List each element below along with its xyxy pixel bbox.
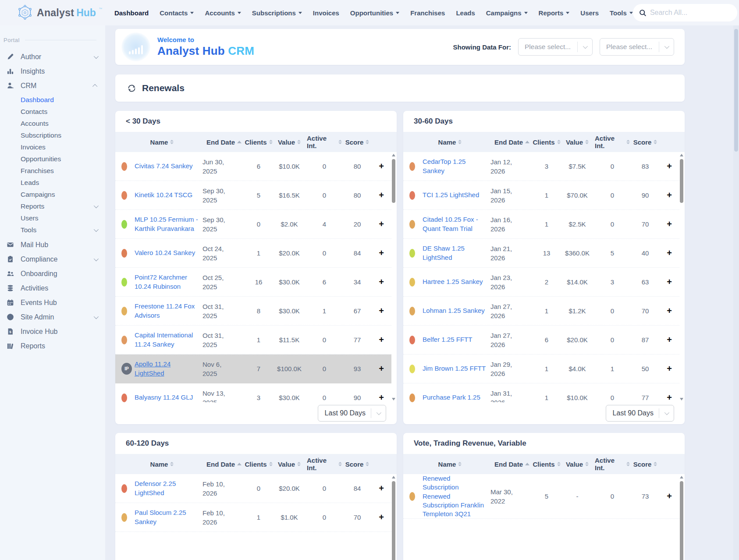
search-input[interactable] [650, 9, 739, 17]
column-header-clients[interactable]: Clients [245, 138, 272, 146]
nav-item-campaigns[interactable]: Campaigns [486, 9, 528, 17]
nav-item-reports[interactable]: Reports [539, 9, 570, 17]
sidebar-item-site-admin[interactable]: Site Admin [0, 310, 105, 324]
scrollbar-thumb[interactable] [392, 481, 395, 560]
expand-row-button[interactable]: + [373, 512, 390, 522]
sidebar-item-invoices[interactable]: Invoices [0, 141, 105, 153]
scroll-up-arrow-icon[interactable] [680, 154, 683, 156]
expand-row-button[interactable]: + [373, 364, 390, 374]
column-header-score[interactable]: Score [342, 138, 373, 146]
scroll-down-arrow-icon[interactable] [680, 398, 683, 401]
nav-item-accounts[interactable]: Accounts [205, 9, 241, 17]
expand-row-button[interactable]: + [661, 364, 678, 374]
column-header-name[interactable]: Name [409, 138, 490, 146]
table-scrollbar[interactable] [391, 475, 396, 560]
expand-row-button[interactable]: + [661, 306, 678, 316]
column-header-value[interactable]: Value [560, 461, 595, 468]
expand-row-button[interactable]: + [661, 277, 678, 287]
row-name-link[interactable]: Lohman 1.25 Sankey [423, 306, 490, 315]
column-header-score[interactable]: Score [630, 461, 661, 468]
scrollbar-thumb[interactable] [392, 159, 395, 203]
scrollbar-thumb[interactable] [680, 159, 683, 203]
sidebar-item-accounts[interactable]: Accounts [0, 117, 105, 129]
column-header-end-date[interactable]: End Date [203, 461, 245, 468]
row-name-link[interactable]: Civitas 7.24 Sankey [135, 162, 203, 170]
sidebar-item-contacts[interactable]: Contacts [0, 106, 105, 117]
scroll-up-arrow-icon[interactable] [392, 154, 395, 156]
sidebar-item-reports[interactable]: Reports [0, 200, 105, 212]
expand-row-button[interactable]: + [661, 219, 678, 229]
expand-row-button[interactable]: + [661, 491, 678, 501]
expand-row-button[interactable]: + [661, 190, 678, 200]
sidebar-item-mail-hub[interactable]: Mail Hub [0, 237, 105, 252]
table-scrollbar[interactable] [391, 153, 396, 401]
row-name-link[interactable]: Purchase Park 1.25 [423, 393, 490, 402]
data-for-select-2[interactable]: Please select... [600, 38, 674, 56]
row-name-link[interactable]: Apollo 11.24 LightShed [135, 360, 203, 378]
sidebar-item-reports[interactable]: Reports [0, 339, 105, 353]
row-name-link[interactable]: Defensor 2.25 LightShed [135, 479, 203, 497]
row-name-link[interactable]: Kinetik 10.24 TSCG [135, 191, 203, 199]
period-select[interactable]: Last 90 Days [318, 405, 386, 422]
expand-row-button[interactable]: + [373, 306, 390, 316]
nav-item-opportunities[interactable]: Opportunities [350, 9, 399, 17]
column-header-active-int[interactable]: Active Int. [595, 135, 630, 149]
row-name-link[interactable]: Paul Slocum 2.25 Sankey [135, 508, 203, 526]
row-name-link[interactable]: Hartree 1.25 Sankey [423, 277, 490, 286]
row-name-link[interactable]: DE Shaw 1.25 LightShed [423, 244, 490, 262]
sidebar-item-subscriptions[interactable]: Subscriptions [0, 129, 105, 141]
row-name-link[interactable]: Balyasny 11.24 GLJ [135, 393, 203, 402]
column-header-value[interactable]: Value [272, 461, 307, 468]
column-header-score[interactable]: Score [630, 138, 661, 146]
row-name-link[interactable]: Citadel 10.25 Fox - Quant Team Trial [423, 215, 490, 233]
nav-item-leads[interactable]: Leads [456, 9, 475, 17]
page-scrollbar[interactable] [733, 25, 739, 560]
sidebar-item-franchises[interactable]: Franchises [0, 165, 105, 177]
row-name-link[interactable]: Capital International 11.24 Sankey [135, 331, 203, 349]
sidebar-item-crm[interactable]: CRM [0, 78, 105, 93]
sidebar-item-compliance[interactable]: Compliance [0, 252, 105, 266]
row-name-link[interactable]: Valero 10.24 Sankey [135, 248, 203, 257]
row-name-link[interactable]: Freestone 11.24 Fox Advisors [135, 302, 203, 320]
column-header-name[interactable]: Name [409, 461, 490, 468]
column-header-name[interactable]: Name [121, 138, 203, 146]
page-scrollbar-thumb[interactable] [734, 29, 738, 152]
expand-row-button[interactable]: + [373, 483, 390, 493]
row-name-link[interactable]: MLP 10.25 Fermium - Karthik Puravankara [135, 215, 203, 233]
expand-row-button[interactable]: + [373, 248, 390, 258]
scroll-down-arrow-icon[interactable] [392, 398, 395, 401]
expand-row-button[interactable]: + [373, 161, 390, 171]
nav-item-contacts[interactable]: Contacts [160, 9, 194, 17]
row-name-link[interactable]: Renewed Subscription Renewed Subscriptio… [423, 474, 490, 518]
refresh-icon[interactable] [127, 84, 136, 93]
table-scrollbar[interactable] [679, 153, 684, 401]
search-box[interactable] [633, 4, 737, 21]
expand-row-button[interactable]: + [373, 393, 390, 402]
row-name-link[interactable]: Point72 Karchmer 10.24 Rubinson [135, 273, 203, 291]
scrollbar-thumb[interactable] [680, 481, 683, 560]
sidebar-item-author[interactable]: Author [0, 50, 105, 64]
column-header-value[interactable]: Value [272, 138, 307, 146]
expand-row-button[interactable]: + [661, 248, 678, 258]
sidebar-item-dashboard[interactable]: Dashboard [0, 94, 105, 106]
expand-row-button[interactable]: + [661, 335, 678, 345]
column-header-clients[interactable]: Clients [533, 461, 560, 468]
expand-row-button[interactable]: + [661, 393, 678, 402]
nav-item-tools[interactable]: Tools [610, 9, 633, 17]
sidebar-item-invoice-hub[interactable]: $Invoice Hub [0, 324, 105, 339]
nav-item-users[interactable]: Users [580, 9, 599, 17]
column-header-clients[interactable]: Clients [533, 138, 560, 146]
period-select[interactable]: Last 90 Days [606, 405, 674, 422]
sidebar-item-opportunities[interactable]: Opportunities [0, 153, 105, 165]
column-header-clients[interactable]: Clients [245, 461, 272, 468]
row-name-link[interactable]: Belfer 1.25 FFTT [423, 335, 490, 344]
nav-item-franchises[interactable]: Franchises [410, 9, 445, 17]
nav-item-subscriptions[interactable]: Subscriptions [252, 9, 302, 17]
scroll-up-arrow-icon[interactable] [392, 476, 395, 478]
column-header-active-int[interactable]: Active Int. [307, 457, 342, 471]
scroll-up-arrow-icon[interactable] [680, 476, 683, 478]
brand-logo[interactable]: Analyst Hub ™ [17, 4, 102, 21]
data-for-select-1[interactable]: Please select... [518, 38, 593, 56]
column-header-value[interactable]: Value [560, 138, 595, 146]
expand-row-button[interactable]: + [373, 277, 390, 287]
